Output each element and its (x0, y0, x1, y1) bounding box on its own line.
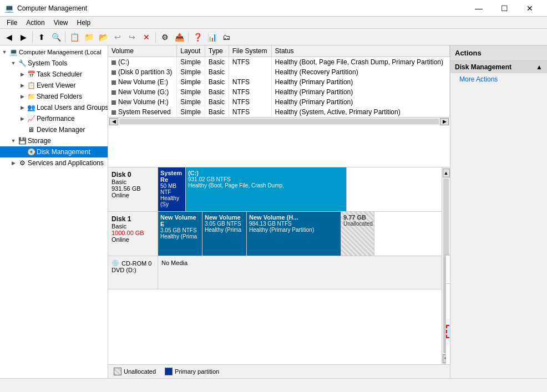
storage-icon: 💾 (18, 136, 27, 145)
toolbar-forward[interactable]: ▶ (17, 30, 30, 44)
toolbar-btn3[interactable]: 📋 (68, 30, 81, 44)
sidebar-item-device-manager[interactable]: 🖥 Device Manager (0, 124, 108, 135)
toolbar: ◀ ▶ ⬆ 🔍 📋 📁 📂 ↩ ↪ ✕ ⚙ 📤 ❓ 📊 🗂 (0, 29, 547, 45)
toolbar-redo[interactable]: ↪ (125, 30, 139, 44)
sidebar-item-local-users[interactable]: ▶ 👥 Local Users and Groups (0, 102, 108, 113)
table-row[interactable]: New Volume (E:) Simple Basic NTFS Health… (108, 77, 450, 87)
event-viewer-expand: ▶ (18, 81, 27, 90)
col-volume: Volume (108, 45, 177, 57)
ctx-format[interactable]: Format... (446, 312, 450, 325)
ctx-explore[interactable]: Explore (446, 269, 450, 282)
toolbar-up[interactable]: ⬆ (35, 30, 48, 44)
minimize-button[interactable]: — (466, 0, 492, 17)
shared-folders-expand: ▶ (18, 92, 27, 101)
toolbar-sep-3 (155, 32, 156, 43)
table-row[interactable]: (C:) Simple Basic NTFS Healthy (Boot, Pa… (108, 57, 450, 68)
cdrom-status-block: No Media (158, 256, 450, 289)
vol-fs: NTFS (229, 57, 271, 68)
ctx-change-drive[interactable]: Change Drive Letter and Paths... (446, 298, 450, 312)
vol-type: Basic (205, 57, 229, 68)
legend-unallocated: Unallocated (114, 368, 156, 375)
toolbar-delete[interactable]: ✕ (140, 30, 153, 44)
ctx-add-mirror[interactable]: Add Mirror... (446, 352, 450, 364)
task-scheduler-icon: 📅 (27, 70, 36, 79)
vol-status: Healthy (Primary Partition) (271, 97, 449, 107)
sidebar-task-scheduler-label: Task Scheduler (36, 70, 82, 78)
menu-help[interactable]: Help (73, 18, 95, 28)
disk-1-part-e[interactable]: New Volume E 3.05 GB NTFS Healthy (Prima (158, 212, 202, 256)
toolbar-btn2[interactable]: 🔍 (49, 30, 63, 44)
table-row[interactable]: (Disk 0 partition 3) Simple Basic Health… (108, 67, 450, 77)
disk-mgmt-icon: 💽 (27, 147, 36, 156)
cdrom-status: No Media (161, 259, 447, 266)
unalloc-size: 9.77 GB (343, 214, 372, 221)
toolbar-properties[interactable]: ⚙ (158, 30, 171, 44)
storage-expand: ▼ (9, 136, 18, 145)
actions-more-actions[interactable]: More Actions (450, 73, 547, 85)
vol-layout: Simple (177, 57, 205, 68)
disk-0-size: 931.56 GB (112, 185, 154, 192)
table-hscroll[interactable]: ◀ ▶ (108, 117, 450, 125)
scroll-track (119, 119, 439, 124)
sidebar-local-users-label: Local Users and Groups (36, 104, 108, 111)
toolbar-btn5[interactable]: 📂 (97, 30, 110, 44)
ctx-shrink-volume[interactable]: Shrink Volume... (446, 338, 450, 352)
toolbar-back[interactable]: ◀ (2, 30, 16, 44)
actions-section-disk-mgmt[interactable]: Disk Management ▲ (450, 61, 547, 73)
sidebar-item-disk-management[interactable]: 💽 Disk Management (0, 146, 108, 157)
e-drive-size: 3.05 GB NTFS (160, 227, 200, 233)
sidebar-root[interactable]: ▼ 💻 Computer Management (Local (0, 47, 108, 58)
toolbar-view[interactable]: 📊 (205, 30, 219, 44)
menu-view[interactable]: View (49, 18, 73, 28)
computer-icon: 💻 (9, 48, 18, 57)
vol-layout: Simple (177, 77, 205, 87)
table-row[interactable]: New Volume (H:) Simple Basic NTFS Health… (108, 97, 450, 107)
menu-action[interactable]: Action (22, 18, 49, 28)
sysreserved-size: 50 MB NTF (160, 183, 183, 195)
toolbar-btn4[interactable]: 📁 (82, 30, 95, 44)
toolbar-export[interactable]: 📤 (173, 30, 186, 44)
ctx-extend-volume[interactable]: Extend Volume... (446, 325, 450, 338)
ctx-mark-active[interactable]: Mark Partition as Active (446, 285, 450, 298)
vol-fs: NTFS (229, 87, 271, 97)
sidebar-item-event-viewer[interactable]: ▶ 📋 Event Viewer (0, 80, 108, 91)
vol-volume: (Disk 0 partition 3) (108, 67, 177, 77)
legend-primary-label: Primary partition (175, 368, 219, 375)
scroll-up-btn[interactable]: ▲ (443, 169, 450, 177)
toolbar-view2[interactable]: 🗂 (220, 30, 233, 44)
task-scheduler-expand: ▶ (18, 70, 27, 79)
scroll-left-btn[interactable]: ◀ (109, 118, 118, 125)
sidebar-item-task-scheduler[interactable]: ▶ 📅 Task Scheduler (0, 69, 108, 80)
disk-0-part-c[interactable]: (C:) 931.02 GB NTFS Healthy (Boot, Page … (186, 167, 347, 211)
disk-1-unallocated[interactable]: 9.77 GB Unallocated (341, 212, 374, 256)
services-expand: ▶ (9, 159, 18, 167)
ctx-open[interactable]: Open (446, 256, 450, 269)
table-row[interactable]: System Reserved Simple Basic NTFS Health… (108, 107, 450, 117)
ctx-sep-1 (446, 283, 450, 284)
disk-1-part-h[interactable]: New Volume (H... 984.13 GB NTFS Healthy … (247, 212, 341, 256)
legend-primary: Primary partition (165, 368, 219, 375)
cdrom-label: 💿 CD-ROM 0 (112, 259, 154, 267)
table-row[interactable]: New Volume (G:) Simple Basic NTFS Health… (108, 87, 450, 97)
disk-1-info: Disk 1 Basic 1000.00 GB Online (108, 212, 158, 256)
disk-1-part-g[interactable]: New Volume 3.05 GB NTFS Healthy (Prima (202, 212, 247, 256)
toolbar-undo[interactable]: ↩ (111, 30, 124, 44)
scroll-right-btn[interactable]: ▶ (440, 118, 449, 125)
expand-icon: ▼ (0, 48, 9, 57)
disk-0-part-sysreserved[interactable]: System Re 50 MB NTF Healthy (Sy (158, 167, 186, 211)
sidebar-item-performance[interactable]: ▶ 📈 Performance (0, 113, 108, 124)
toolbar-help[interactable]: ❓ (191, 30, 204, 44)
menu-file[interactable]: File (2, 18, 22, 28)
sidebar-item-system-tools[interactable]: ▼ 🔧 System Tools (0, 58, 108, 69)
sidebar-item-services-apps[interactable]: ▶ ⚙ Services and Applications (0, 157, 108, 169)
h-drive-name: New Volume (H... (249, 214, 338, 221)
content-area: Volume Layout Type File System Status (C… (108, 45, 450, 378)
h-drive-size: 984.13 GB NTFS (249, 221, 338, 227)
vol-volume: (C:) (108, 57, 177, 68)
sidebar-item-storage[interactable]: ▼ 💾 Storage (0, 135, 108, 146)
event-viewer-icon: 📋 (27, 81, 36, 90)
maximize-button[interactable]: ☐ (492, 0, 517, 17)
col-type: Type (205, 45, 229, 57)
sidebar-item-shared-folders[interactable]: ▶ 📁 Shared Folders (0, 91, 108, 102)
close-button[interactable]: ✕ (517, 0, 543, 17)
